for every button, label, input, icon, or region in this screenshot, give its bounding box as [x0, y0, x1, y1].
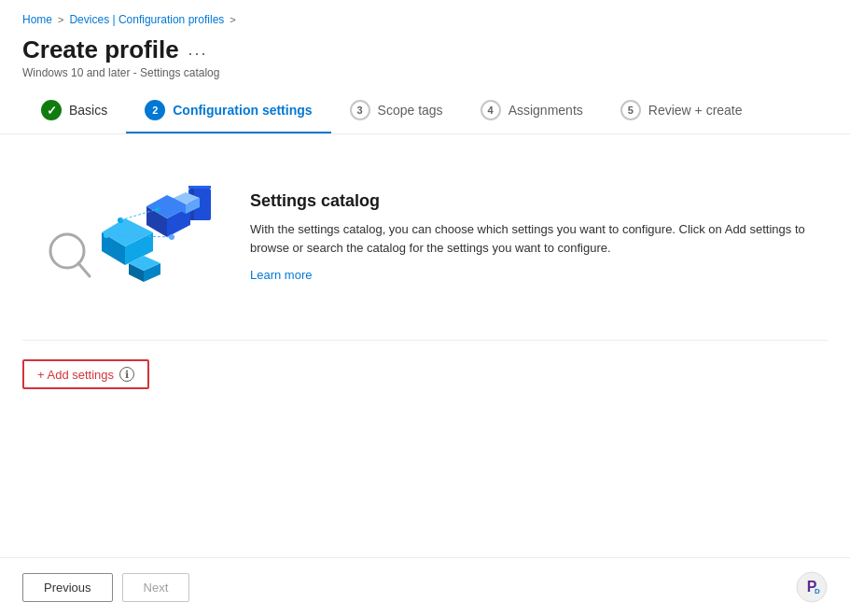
tab-assignments-circle: 4 [481, 100, 501, 120]
tab-assignments[interactable]: 4 Assignments [462, 91, 602, 133]
page-title-text: Create profile [22, 35, 179, 64]
main-content: Settings catalog With the settings catal… [0, 134, 850, 557]
watermark: P D [796, 571, 828, 603]
page-wrapper: Home > Devices | Configuration profiles … [0, 0, 850, 616]
tab-review-circle: 5 [620, 100, 641, 120]
breadcrumb-sep1: > [58, 14, 63, 25]
add-settings-info-icon[interactable]: ℹ [119, 367, 134, 382]
watermark-logo-icon: P D [796, 571, 828, 603]
previous-button[interactable]: Previous [22, 573, 113, 602]
breadcrumb: Home > Devices | Configuration profiles … [0, 0, 850, 30]
tab-configuration-circle: 2 [145, 100, 165, 120]
add-settings-button[interactable]: + Add settings ℹ [22, 359, 149, 389]
learn-more-link[interactable]: Learn more [250, 268, 312, 282]
tab-scopetags[interactable]: 3 Scope tags [331, 91, 462, 133]
page-subtitle: Windows 10 and later - Settings catalog [22, 66, 219, 79]
wizard-tabs: ✓ Basics 2 Configuration settings 3 Scop… [0, 91, 850, 134]
tab-configuration[interactable]: 2 Configuration settings [126, 91, 330, 133]
section-divider [22, 340, 828, 341]
footer: Previous Next P D [0, 557, 850, 616]
svg-marker-10 [188, 186, 211, 189]
next-button[interactable]: Next [122, 573, 190, 602]
tab-assignments-label: Assignments [509, 103, 583, 118]
breadcrumb-sep2: > [230, 14, 235, 25]
settings-catalog-illustration [22, 162, 228, 312]
svg-text:D: D [815, 587, 820, 595]
page-header: Create profile ... Windows 10 and later … [0, 30, 850, 91]
tab-scopetags-circle: 3 [350, 100, 370, 120]
catalog-description: With the settings catalog, you can choos… [250, 220, 828, 257]
tab-basics[interactable]: ✓ Basics [22, 91, 126, 133]
add-settings-container: + Add settings ℹ [22, 359, 828, 408]
intro-section: Settings catalog With the settings catal… [22, 134, 828, 330]
tab-configuration-label: Configuration settings [173, 103, 312, 118]
add-settings-label: + Add settings [37, 368, 114, 382]
tab-basics-circle: ✓ [41, 100, 62, 120]
catalog-heading: Settings catalog [250, 191, 828, 211]
tab-scopetags-label: Scope tags [378, 103, 443, 118]
breadcrumb-devices[interactable]: Devices | Configuration profiles [69, 13, 224, 26]
svg-line-1 [78, 263, 90, 276]
footer-buttons: Previous Next [22, 573, 189, 602]
intro-text: Settings catalog With the settings catal… [250, 191, 828, 283]
tab-review-label: Review + create [648, 103, 743, 118]
page-title-block: Create profile ... Windows 10 and later … [22, 35, 219, 79]
tab-review[interactable]: 5 Review + create [602, 91, 761, 133]
page-title: Create profile ... [22, 35, 219, 64]
page-title-menu-dots[interactable]: ... [188, 40, 208, 60]
breadcrumb-home[interactable]: Home [22, 13, 52, 26]
tab-basics-label: Basics [69, 103, 107, 118]
